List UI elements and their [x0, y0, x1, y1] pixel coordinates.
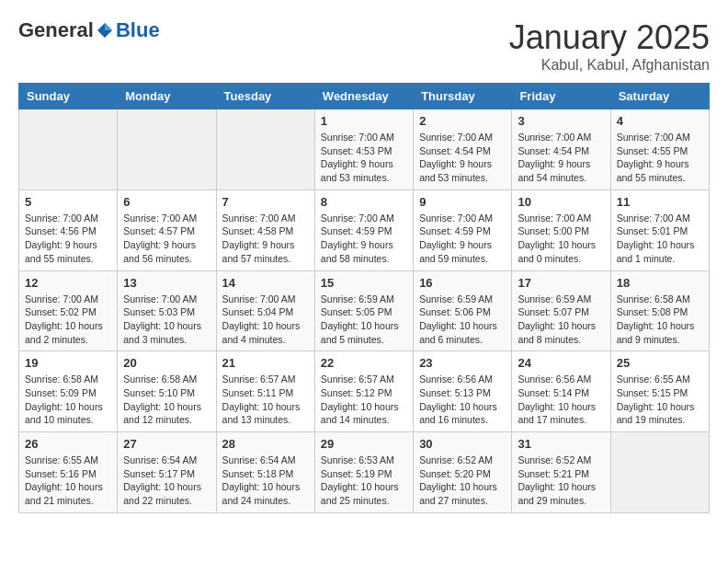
day-info: Sunrise: 6:57 AM Sunset: 5:12 PM Dayligh… — [321, 373, 407, 427]
calendar-day-cell: 20Sunrise: 6:58 AM Sunset: 5:10 PM Dayli… — [118, 351, 216, 432]
day-info: Sunrise: 6:59 AM Sunset: 5:06 PM Dayligh… — [419, 293, 506, 347]
page-header: General Blue January 2025 Kabul, Kabul, … — [18, 18, 710, 74]
day-info: Sunrise: 6:52 AM Sunset: 5:21 PM Dayligh… — [518, 454, 604, 508]
calendar-week-row: 26Sunrise: 6:55 AM Sunset: 5:16 PM Dayli… — [19, 432, 710, 513]
day-number: 3 — [518, 114, 604, 128]
calendar-day-cell: 24Sunrise: 6:56 AM Sunset: 5:14 PM Dayli… — [512, 351, 610, 432]
day-info: Sunrise: 7:00 AM Sunset: 4:59 PM Dayligh… — [419, 212, 506, 266]
calendar-day-cell: 18Sunrise: 6:58 AM Sunset: 5:08 PM Dayli… — [610, 270, 709, 351]
calendar-day-cell — [118, 109, 216, 190]
calendar-day-cell: 11Sunrise: 7:00 AM Sunset: 5:01 PM Dayli… — [610, 190, 709, 270]
calendar-day-cell: 12Sunrise: 7:00 AM Sunset: 5:02 PM Dayli… — [19, 270, 118, 351]
calendar-week-row: 1Sunrise: 7:00 AM Sunset: 4:53 PM Daylig… — [19, 109, 710, 190]
calendar-day-cell: 16Sunrise: 6:59 AM Sunset: 5:06 PM Dayli… — [414, 270, 512, 351]
calendar-day-cell: 28Sunrise: 6:54 AM Sunset: 5:18 PM Dayli… — [216, 432, 314, 513]
calendar-day-cell: 25Sunrise: 6:55 AM Sunset: 5:15 PM Dayli… — [610, 351, 709, 432]
day-info: Sunrise: 6:54 AM Sunset: 5:18 PM Dayligh… — [222, 454, 309, 508]
calendar-day-cell: 1Sunrise: 7:00 AM Sunset: 4:53 PM Daylig… — [314, 109, 413, 190]
day-info: Sunrise: 6:52 AM Sunset: 5:20 PM Dayligh… — [419, 454, 506, 508]
day-info: Sunrise: 6:55 AM Sunset: 5:15 PM Dayligh… — [617, 373, 703, 427]
day-info: Sunrise: 6:56 AM Sunset: 5:13 PM Dayligh… — [419, 373, 506, 427]
day-number: 29 — [321, 437, 407, 451]
day-info: Sunrise: 7:00 AM Sunset: 4:56 PM Dayligh… — [25, 212, 111, 266]
day-info: Sunrise: 7:00 AM Sunset: 4:59 PM Dayligh… — [321, 212, 407, 266]
day-number: 5 — [25, 195, 111, 209]
day-info: Sunrise: 6:58 AM Sunset: 5:08 PM Dayligh… — [617, 293, 703, 347]
day-number: 9 — [419, 195, 506, 209]
day-info: Sunrise: 6:59 AM Sunset: 5:05 PM Dayligh… — [321, 293, 407, 347]
calendar-body: 1Sunrise: 7:00 AM Sunset: 4:53 PM Daylig… — [19, 109, 710, 513]
day-info: Sunrise: 6:58 AM Sunset: 5:09 PM Dayligh… — [25, 373, 111, 427]
calendar-table: SundayMondayTuesdayWednesdayThursdayFrid… — [18, 83, 710, 513]
calendar-day-cell: 6Sunrise: 7:00 AM Sunset: 4:57 PM Daylig… — [118, 190, 216, 270]
day-info: Sunrise: 7:00 AM Sunset: 4:54 PM Dayligh… — [419, 131, 506, 185]
calendar-week-row: 19Sunrise: 6:58 AM Sunset: 5:09 PM Dayli… — [19, 351, 710, 432]
day-number: 15 — [321, 276, 407, 290]
day-number: 27 — [123, 437, 210, 451]
calendar-day-cell: 22Sunrise: 6:57 AM Sunset: 5:12 PM Dayli… — [314, 351, 413, 432]
calendar-day-cell: 30Sunrise: 6:52 AM Sunset: 5:20 PM Dayli… — [414, 432, 512, 513]
day-number: 4 — [617, 114, 703, 128]
day-info: Sunrise: 7:00 AM Sunset: 5:04 PM Dayligh… — [222, 293, 309, 347]
day-info: Sunrise: 6:58 AM Sunset: 5:10 PM Dayligh… — [123, 373, 210, 427]
calendar-day-cell: 23Sunrise: 6:56 AM Sunset: 5:13 PM Dayli… — [414, 351, 512, 432]
day-number: 1 — [321, 114, 407, 128]
day-number: 11 — [617, 195, 703, 209]
day-info: Sunrise: 7:00 AM Sunset: 4:57 PM Dayligh… — [123, 212, 210, 266]
calendar-day-cell: 14Sunrise: 7:00 AM Sunset: 5:04 PM Dayli… — [216, 270, 314, 351]
day-info: Sunrise: 6:56 AM Sunset: 5:14 PM Dayligh… — [518, 373, 604, 427]
weekday-header-cell: Thursday — [414, 84, 512, 109]
calendar-day-cell: 9Sunrise: 7:00 AM Sunset: 4:59 PM Daylig… — [414, 190, 512, 270]
day-number: 14 — [222, 276, 309, 290]
calendar-day-cell: 31Sunrise: 6:52 AM Sunset: 5:21 PM Dayli… — [512, 432, 610, 513]
day-info: Sunrise: 6:54 AM Sunset: 5:17 PM Dayligh… — [123, 454, 210, 508]
day-number: 13 — [123, 276, 210, 290]
day-number: 24 — [518, 356, 604, 370]
day-number: 12 — [25, 276, 111, 290]
day-info: Sunrise: 6:57 AM Sunset: 5:11 PM Dayligh… — [222, 373, 309, 427]
calendar-day-cell: 21Sunrise: 6:57 AM Sunset: 5:11 PM Dayli… — [216, 351, 314, 432]
logo-general-text: General — [18, 18, 94, 42]
day-number: 22 — [321, 356, 407, 370]
day-number: 21 — [222, 356, 309, 370]
day-number: 10 — [518, 195, 604, 209]
calendar-title: January 2025 — [509, 18, 710, 57]
calendar-day-cell: 3Sunrise: 7:00 AM Sunset: 4:54 PM Daylig… — [512, 109, 610, 190]
day-number: 8 — [321, 195, 407, 209]
calendar-day-cell — [610, 432, 709, 513]
calendar-day-cell: 2Sunrise: 7:00 AM Sunset: 4:54 PM Daylig… — [414, 109, 512, 190]
day-number: 7 — [222, 195, 309, 209]
calendar-subtitle: Kabul, Kabul, Afghanistan — [509, 57, 710, 74]
calendar-day-cell: 17Sunrise: 6:59 AM Sunset: 5:07 PM Dayli… — [512, 270, 610, 351]
day-number: 30 — [419, 437, 506, 451]
day-info: Sunrise: 6:55 AM Sunset: 5:16 PM Dayligh… — [25, 454, 111, 508]
day-number: 17 — [518, 276, 604, 290]
day-number: 23 — [419, 356, 506, 370]
title-block: January 2025 Kabul, Kabul, Afghanistan — [509, 18, 710, 74]
calendar-day-cell — [216, 109, 314, 190]
calendar-day-cell: 7Sunrise: 7:00 AM Sunset: 4:58 PM Daylig… — [216, 190, 314, 270]
calendar-day-cell: 19Sunrise: 6:58 AM Sunset: 5:09 PM Dayli… — [19, 351, 118, 432]
weekday-header-cell: Tuesday — [216, 84, 314, 109]
day-info: Sunrise: 7:00 AM Sunset: 4:53 PM Dayligh… — [321, 131, 407, 185]
day-info: Sunrise: 7:00 AM Sunset: 4:58 PM Dayligh… — [222, 212, 309, 266]
day-number: 19 — [25, 356, 111, 370]
logo-blue-text: Blue — [116, 18, 160, 42]
day-number: 20 — [123, 356, 210, 370]
day-number: 28 — [222, 437, 309, 451]
day-number: 26 — [25, 437, 111, 451]
calendar-day-cell: 26Sunrise: 6:55 AM Sunset: 5:16 PM Dayli… — [19, 432, 118, 513]
day-number: 2 — [419, 114, 506, 128]
calendar-day-cell: 10Sunrise: 7:00 AM Sunset: 5:00 PM Dayli… — [512, 190, 610, 270]
calendar-day-cell: 29Sunrise: 6:53 AM Sunset: 5:19 PM Dayli… — [314, 432, 413, 513]
calendar-day-cell — [19, 109, 118, 190]
day-info: Sunrise: 7:00 AM Sunset: 4:54 PM Dayligh… — [518, 131, 604, 185]
calendar-week-row: 5Sunrise: 7:00 AM Sunset: 4:56 PM Daylig… — [19, 190, 710, 270]
logo-icon — [96, 21, 114, 40]
day-number: 25 — [617, 356, 703, 370]
day-info: Sunrise: 6:59 AM Sunset: 5:07 PM Dayligh… — [518, 293, 604, 347]
weekday-header-row: SundayMondayTuesdayWednesdayThursdayFrid… — [19, 84, 710, 109]
day-info: Sunrise: 6:53 AM Sunset: 5:19 PM Dayligh… — [321, 454, 407, 508]
day-number: 16 — [419, 276, 506, 290]
logo: General Blue — [18, 18, 160, 42]
